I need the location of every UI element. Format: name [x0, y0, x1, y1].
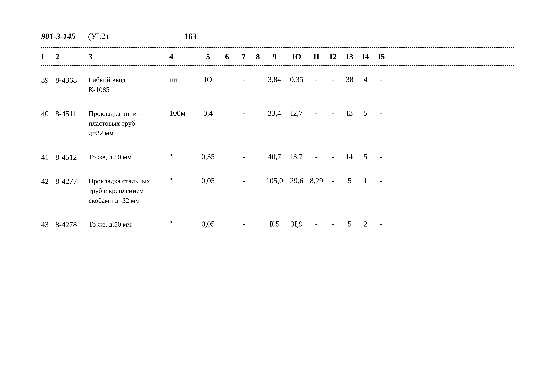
- cell-col-1: 43: [41, 220, 55, 229]
- col-header-15: I5: [373, 52, 389, 61]
- cell-col-7: -: [236, 176, 252, 185]
- cell-col-11: -: [308, 220, 324, 228]
- cell-col-14: 4: [358, 75, 373, 84]
- col-header-1: I: [41, 52, 55, 61]
- cell-col-12: -: [324, 109, 342, 117]
- col-header-7: 7: [236, 52, 252, 61]
- cell-col-13: I4: [342, 152, 358, 161]
- cell-col-14: 2: [358, 220, 373, 228]
- cell-col-13: 5: [342, 220, 358, 228]
- cell-col-4: ": [169, 176, 198, 185]
- cell-col-3: Прокладка стальныхтруб с креплениемскоба…: [87, 176, 169, 206]
- col-header-10: IO: [285, 52, 308, 61]
- cell-col-12: -: [324, 176, 342, 185]
- cell-col-9: 40,7: [264, 152, 285, 161]
- cell-col-10: 29,6: [285, 176, 308, 185]
- col-header-6: 6: [218, 52, 236, 61]
- table-row: 398-4368Гибкий вводК-1085штIO-3,840,35--…: [41, 67, 514, 101]
- cell-col-7: -: [236, 109, 252, 117]
- cell-col-11: -: [308, 109, 324, 117]
- cell-col-1: 40: [41, 109, 55, 118]
- cell-col-2: 8-4278: [55, 220, 87, 229]
- table-row: 428-4277Прокладка стальныхтруб с креплен…: [41, 168, 514, 212]
- cell-col-12: -: [324, 152, 342, 161]
- cell-col-4: ": [169, 152, 198, 161]
- cell-col-11: -: [308, 75, 324, 84]
- doc-page: 163: [184, 32, 197, 41]
- cell-col-14: I: [358, 176, 373, 185]
- cell-col-3: То же, д.50 мм: [87, 220, 169, 229]
- header-row: 901-3-145 (УI.2) 163: [41, 32, 514, 41]
- cell-col-3: То же, д.50 мм: [87, 152, 169, 162]
- cell-col-7: -: [236, 152, 252, 161]
- cell-col-1: 42: [41, 176, 55, 185]
- cell-col-2: 8-4277: [55, 176, 87, 185]
- col-header-14: I4: [358, 52, 373, 61]
- cell-col-1: 39: [41, 75, 55, 84]
- cell-col-5: 0,4: [198, 109, 218, 117]
- cell-col-15: -: [373, 152, 389, 161]
- cell-col-15: -: [373, 220, 389, 228]
- cell-col-5: 0,05: [198, 220, 218, 228]
- col-header-13: I3: [342, 52, 358, 61]
- cell-col-3: Гибкий вводК-1085: [87, 75, 169, 94]
- col-header-3: 3: [87, 52, 169, 61]
- cell-col-10: I2,7: [285, 109, 308, 117]
- cell-col-11: 8,29: [308, 176, 324, 185]
- rows-container: 398-4368Гибкий вводК-1085штIO-3,840,35--…: [41, 67, 514, 236]
- table-container: I 2 3 4 5 6 7 8 9 IO II I2 I3 I4 I5 398-…: [41, 47, 514, 236]
- cell-col-14: 5: [358, 152, 373, 161]
- cell-col-11: -: [308, 152, 324, 161]
- cell-col-4: шт: [169, 75, 198, 84]
- cell-col-12: -: [324, 75, 342, 84]
- top-dashed-line: [41, 47, 514, 48]
- col-header-8: 8: [252, 52, 264, 61]
- cell-col-7: -: [236, 220, 252, 228]
- cell-col-9: 105,0: [264, 176, 285, 185]
- cell-col-2: 8-4368: [55, 75, 87, 84]
- cell-col-14: 5: [358, 109, 373, 117]
- col-header-12: I2: [324, 52, 342, 61]
- second-dashed-line: [41, 65, 514, 66]
- col-header-5: 5: [198, 52, 218, 61]
- col-header-2: 2: [55, 52, 87, 61]
- cell-col-15: -: [373, 176, 389, 185]
- col-header-11: II: [308, 52, 324, 61]
- cell-col-5: IO: [198, 75, 218, 84]
- cell-col-5: 0,05: [198, 176, 218, 185]
- cell-col-3: Прокладка вини-пластовых трубд=32 мм: [87, 109, 169, 138]
- cell-col-9: 33,4: [264, 109, 285, 117]
- doc-number: 901-3-145: [41, 32, 75, 41]
- cell-col-4: ": [169, 220, 198, 228]
- cell-col-10: 3I,9: [285, 220, 308, 228]
- cell-col-2: 8-4512: [55, 152, 87, 162]
- cell-col-2: 8-4511: [55, 109, 87, 118]
- page: 901-3-145 (УI.2) 163 I 2 3 4 5 6 7 8 9 I…: [0, 0, 555, 392]
- cell-col-9: 3,84: [264, 75, 285, 84]
- cell-col-10: I3,7: [285, 152, 308, 161]
- cell-col-4: 100м: [169, 109, 198, 117]
- column-headers: I 2 3 4 5 6 7 8 9 IO II I2 I3 I4 I5: [41, 49, 514, 64]
- cell-col-13: 5: [342, 176, 358, 185]
- cell-col-9: I05: [264, 220, 285, 228]
- table-row: 408-4511Прокладка вини-пластовых трубд=3…: [41, 101, 514, 144]
- cell-col-5: 0,35: [198, 152, 218, 161]
- doc-code: (УI.2): [88, 32, 108, 41]
- cell-col-15: -: [373, 109, 389, 117]
- cell-col-13: 38: [342, 75, 358, 84]
- col-header-9: 9: [264, 52, 285, 61]
- cell-col-10: 0,35: [285, 75, 308, 84]
- cell-col-7: -: [236, 75, 252, 84]
- table-row: 438-4278То же, д.50 мм"0,05-I053I,9--52-: [41, 212, 514, 236]
- cell-col-13: I3: [342, 109, 358, 117]
- table-row: 418-4512То же, д.50 мм"0,35-40,7I3,7--I4…: [41, 144, 514, 168]
- col-header-4: 4: [169, 52, 198, 61]
- cell-col-1: 41: [41, 152, 55, 162]
- cell-col-15: -: [373, 75, 389, 84]
- cell-col-12: -: [324, 220, 342, 228]
